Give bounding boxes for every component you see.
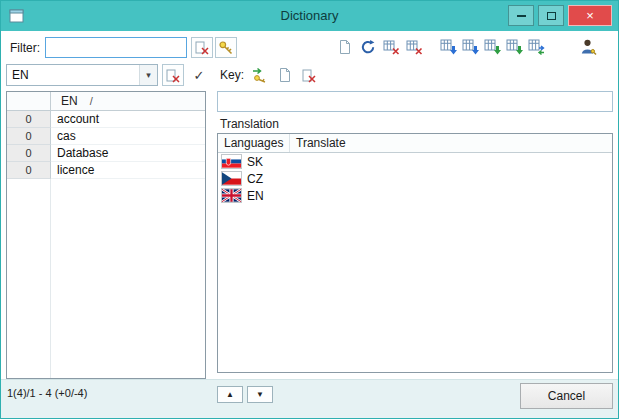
- translate-cell[interactable]: [287, 170, 612, 187]
- key-label: Key:: [220, 64, 244, 86]
- column-header-en[interactable]: EN /: [51, 92, 205, 110]
- user-key-icon: [579, 38, 597, 56]
- clear-filter-button[interactable]: [191, 37, 213, 58]
- dictionary-window: Dictionary × Filter:: [0, 0, 619, 419]
- language-code: CZ: [247, 172, 287, 186]
- new-document-icon: [337, 39, 353, 55]
- minimize-button[interactable]: [508, 5, 534, 26]
- row-count-cell: 0: [7, 162, 51, 179]
- corner-cell: [7, 92, 51, 110]
- refresh-button[interactable]: [357, 36, 379, 58]
- translate-cell[interactable]: [287, 187, 612, 204]
- translation-table: Languages Translate SK: [217, 133, 613, 373]
- clear-table-button[interactable]: [380, 36, 402, 58]
- clear-field-icon: [195, 40, 210, 55]
- import-rows-button[interactable]: [437, 36, 459, 58]
- close-button[interactable]: ×: [568, 5, 612, 26]
- term-cell[interactable]: licence: [51, 162, 205, 179]
- empty-row-header-column: [7, 179, 51, 378]
- language-combobox-value: EN: [7, 65, 139, 85]
- table-row[interactable]: 0 account: [7, 111, 205, 128]
- caption-buttons: ×: [508, 5, 612, 26]
- maximize-button[interactable]: [538, 5, 564, 26]
- minimize-icon: [517, 15, 526, 17]
- clear-field-icon: [302, 68, 317, 83]
- language-code: SK: [247, 155, 287, 169]
- translation-label: Translation: [220, 117, 279, 131]
- filter-input[interactable]: [45, 37, 187, 58]
- translation-table-header: Languages Translate: [218, 134, 612, 153]
- key-icon: [218, 40, 234, 56]
- language-code: EN: [247, 189, 287, 203]
- chevron-down-icon[interactable]: ▾: [139, 65, 157, 85]
- term-grid: EN / 0 account 0 cas 0 Database 0 licenc…: [6, 91, 206, 379]
- column-header-languages[interactable]: Languages: [218, 134, 290, 152]
- filter-label: Filter:: [10, 37, 40, 59]
- table-arrow-down-icon: [440, 39, 457, 56]
- user-translations-button[interactable]: [577, 36, 599, 58]
- sync-tables-button[interactable]: [525, 36, 547, 58]
- refresh-icon: [360, 39, 376, 55]
- table-green-arrow-up-icon: [506, 39, 523, 56]
- term-grid-header: EN /: [7, 92, 205, 111]
- column-header-translate[interactable]: Translate: [290, 134, 612, 152]
- table-row[interactable]: EN: [218, 187, 612, 204]
- new-entry-button[interactable]: [334, 36, 356, 58]
- table-row[interactable]: 0 licence: [7, 162, 205, 179]
- maximize-icon: [547, 12, 556, 20]
- move-up-button[interactable]: ▲: [217, 386, 243, 403]
- arrow-up-icon: ▲: [226, 390, 234, 399]
- arrow-down-icon: ▼: [256, 390, 264, 399]
- row-count-cell: 0: [7, 111, 51, 128]
- table-row[interactable]: 0 cas: [7, 128, 205, 145]
- term-cell[interactable]: cas: [51, 128, 205, 145]
- apply-language-button[interactable]: ✓: [189, 65, 209, 85]
- row-count-cell: 0: [7, 145, 51, 162]
- table-delete-icon: [406, 39, 423, 55]
- titlebar[interactable]: Dictionary ×: [1, 1, 618, 31]
- clear-key-button[interactable]: [298, 64, 320, 86]
- move-down-button[interactable]: ▼: [247, 386, 273, 403]
- column-header-label: EN: [61, 94, 78, 108]
- language-combobox[interactable]: EN ▾: [6, 64, 158, 86]
- row-count-cell: 0: [7, 128, 51, 145]
- key-arrow-icon: [252, 67, 270, 83]
- flag-en-icon: [222, 189, 241, 202]
- empty-term-column: [51, 179, 205, 378]
- table-sync-icon: [528, 39, 545, 56]
- clear-field-icon: [166, 68, 181, 83]
- generate-key-button[interactable]: [250, 64, 272, 86]
- new-document-icon: [277, 67, 293, 83]
- flag-cz-icon: [222, 172, 241, 185]
- table-green-arrow-down-icon: [484, 39, 501, 56]
- term-grid-empty-area[interactable]: [7, 179, 205, 378]
- filter-key-button[interactable]: [215, 37, 237, 58]
- cancel-button[interactable]: Cancel: [520, 383, 613, 409]
- status-text: 1(4)/1 - 4 (+0/-4): [7, 387, 87, 399]
- table-row[interactable]: 0 Database: [7, 145, 205, 162]
- key-input[interactable]: [217, 91, 613, 112]
- translate-cell[interactable]: [287, 153, 612, 170]
- client-area: Filter:: [1, 31, 618, 418]
- sort-indicator-icon: /: [90, 95, 93, 107]
- table-row[interactable]: SK: [218, 153, 612, 170]
- check-icon: ✓: [194, 68, 205, 83]
- flag-sk-icon: [222, 155, 241, 168]
- delete-table-button[interactable]: [403, 36, 425, 58]
- term-cell[interactable]: account: [51, 111, 205, 128]
- clear-language-button[interactable]: [162, 64, 184, 86]
- term-cell[interactable]: Database: [51, 145, 205, 162]
- table-row[interactable]: CZ: [218, 170, 612, 187]
- export-all-button[interactable]: [503, 36, 525, 58]
- table-clear-icon: [383, 39, 400, 55]
- import-all-button[interactable]: [481, 36, 503, 58]
- new-key-button[interactable]: [274, 64, 296, 86]
- table-arrow-up-icon: [462, 39, 479, 56]
- export-rows-button[interactable]: [459, 36, 481, 58]
